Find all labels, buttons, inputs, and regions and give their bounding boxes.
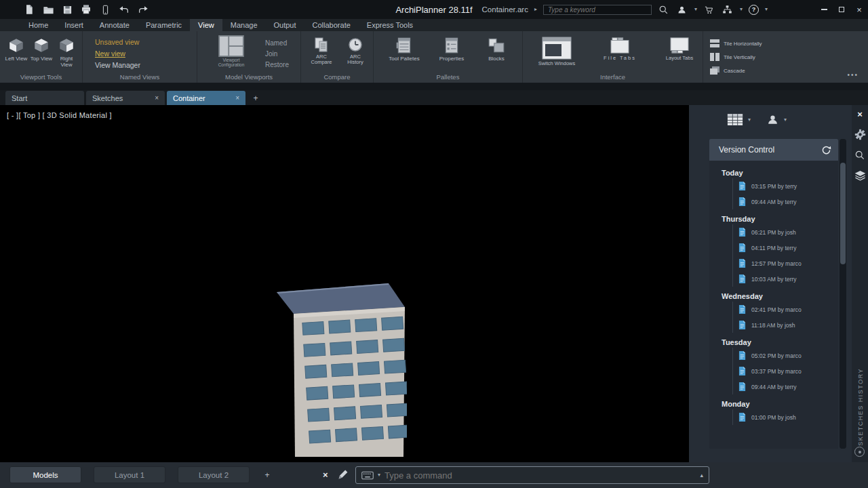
undo-icon[interactable]: [118, 3, 130, 16]
version-entry-label: 01:00 PM by josh: [751, 414, 796, 421]
sheet-view-dropdown-icon[interactable]: ▾: [748, 117, 751, 123]
version-entry[interactable]: 04:11 PM by terry: [733, 240, 838, 256]
named-viewports-button[interactable]: Named: [265, 39, 287, 47]
version-entry[interactable]: 06:21 PM by josh: [733, 224, 838, 240]
blocks-button[interactable]: Blocks: [481, 37, 512, 62]
keyword-search-input[interactable]: [548, 6, 647, 14]
close-button[interactable]: ×: [850, 0, 868, 19]
mobile-publish-icon[interactable]: [99, 3, 111, 16]
panel-search-icon[interactable]: [854, 150, 865, 161]
command-bar[interactable]: ▾ ▴: [355, 466, 709, 484]
models-tab[interactable]: Models: [9, 466, 81, 483]
tab-manage[interactable]: Manage: [222, 19, 266, 31]
connect-network-icon[interactable]: [722, 3, 734, 16]
connect-dropdown-icon[interactable]: ▾: [740, 7, 743, 12]
new-file-icon[interactable]: [23, 3, 35, 16]
switch-windows-button[interactable]: Switch Windows: [538, 37, 576, 66]
tab-annotate[interactable]: Annotate: [92, 19, 138, 31]
tab-collaborate[interactable]: Collaborate: [304, 19, 359, 31]
tab-parametric[interactable]: Parametric: [138, 19, 190, 31]
file-tabs-button[interactable]: File Tabs: [603, 37, 637, 61]
open-folder-icon[interactable]: [42, 3, 54, 16]
file-tab-container[interactable]: Container ×: [167, 91, 245, 105]
top-view-button[interactable]: Top View: [29, 37, 54, 62]
store-cart-icon[interactable]: [703, 3, 715, 16]
right-view-button[interactable]: Right View: [54, 37, 79, 68]
cascade-button[interactable]: Cascade: [710, 66, 745, 75]
version-entry[interactable]: 03:15 PM by terry: [733, 178, 838, 194]
close-panel-icon[interactable]: ×: [857, 109, 863, 119]
command-expand-icon[interactable]: ▴: [700, 472, 703, 479]
tab-view[interactable]: View: [190, 19, 222, 31]
version-entry-label: 09:44 AM by terry: [751, 199, 797, 205]
maximize-button[interactable]: [833, 0, 850, 19]
minimize-button[interactable]: [815, 0, 833, 19]
tile-horizontally-button[interactable]: Tile Horizontally: [710, 39, 762, 47]
viewport-configuration-button[interactable]: Viewport Configuration: [216, 35, 246, 67]
keyword-search-field[interactable]: [543, 5, 652, 15]
tile-vertically-button[interactable]: Tile Vertically: [710, 53, 755, 61]
unsaved-view-item[interactable]: Unsaved view: [95, 38, 139, 46]
day-header: Monday: [722, 400, 838, 408]
user-presence-icon[interactable]: [766, 113, 779, 126]
layout2-tab[interactable]: Layout 2: [178, 466, 250, 483]
restore-viewports-button[interactable]: Restore: [265, 61, 289, 68]
close-tab-icon[interactable]: ×: [155, 94, 159, 102]
new-view-item[interactable]: New view: [95, 49, 125, 58]
settings-gear-icon[interactable]: [854, 129, 866, 140]
print-icon[interactable]: [80, 3, 92, 16]
version-doc-icon: [738, 259, 746, 268]
view-manager-item[interactable]: View Manager: [95, 61, 140, 69]
panel-scrollbar[interactable]: [840, 139, 846, 449]
user-dropdown-icon[interactable]: ▾: [784, 117, 787, 123]
command-input[interactable]: [384, 470, 696, 481]
version-entry[interactable]: 12:57 PM by marco: [733, 256, 838, 271]
version-entry[interactable]: 11:18 AM by josh: [733, 317, 838, 333]
search-icon[interactable]: [658, 3, 670, 16]
file-tab-start[interactable]: Start: [5, 91, 84, 105]
layout-tabs-button[interactable]: Layout Tabs: [663, 37, 696, 61]
scrollbar-thumb[interactable]: [840, 163, 846, 264]
version-entry[interactable]: 10:03 AM by terry: [733, 271, 838, 287]
tab-home[interactable]: Home: [20, 19, 56, 31]
tab-insert[interactable]: Insert: [56, 19, 92, 31]
close-tab-icon[interactable]: ×: [235, 94, 239, 102]
properties-button[interactable]: Properties: [436, 37, 467, 62]
new-tab-button[interactable]: +: [250, 93, 261, 104]
version-entry[interactable]: 09:44 AM by terry: [733, 379, 838, 394]
help-icon[interactable]: ?: [749, 5, 759, 15]
account-icon[interactable]: [676, 3, 688, 16]
arc-history-button[interactable]: ARC History: [342, 37, 369, 65]
save-icon[interactable]: [61, 3, 73, 16]
panel-toolbar: ▾ ▾: [727, 113, 787, 126]
refresh-icon[interactable]: [821, 145, 831, 155]
viewport-controls-label[interactable]: [ - ][ Top ] [ 3D Solid Material ]: [7, 111, 112, 119]
sheet-view-icon[interactable]: [727, 113, 743, 126]
tool-palletes-button[interactable]: Tool Palletes: [389, 37, 420, 62]
file-tab-sketches[interactable]: Sketches ×: [86, 91, 165, 105]
document-name[interactable]: Container.arc: [482, 5, 528, 14]
left-view-button[interactable]: Left View: [4, 37, 28, 62]
redo-icon[interactable]: [137, 3, 149, 16]
layers-icon[interactable]: [854, 170, 866, 181]
version-entry[interactable]: 05:02 PM by marco: [733, 348, 838, 363]
pencil-icon[interactable]: [338, 469, 349, 480]
add-layout-button[interactable]: +: [262, 466, 273, 483]
model-viewport[interactable]: [ - ][ Top ] [ 3D Solid Material ]: [0, 105, 689, 462]
version-entry[interactable]: 09:44 AM by terry: [733, 194, 838, 209]
tab-express-tools[interactable]: Express Tools: [359, 19, 421, 31]
version-entry[interactable]: 01:00 PM by josh: [733, 409, 838, 425]
panel-corner-icon[interactable]: [854, 447, 865, 457]
ribbon-overflow-button[interactable]: •••: [847, 71, 859, 79]
help-dropdown-icon[interactable]: ▾: [765, 7, 768, 12]
version-entry[interactable]: 03:37 PM by marco: [733, 363, 838, 379]
version-entry[interactable]: 02:41 PM by marco: [733, 302, 838, 317]
command-close-icon[interactable]: ×: [323, 470, 328, 480]
command-dropdown-icon[interactable]: ▾: [378, 472, 380, 478]
document-dropdown-icon[interactable]: ▸: [534, 7, 537, 12]
arc-compare-button[interactable]: ARC Compare: [308, 37, 335, 65]
tab-output[interactable]: Output: [266, 19, 304, 31]
join-viewports-button[interactable]: Join: [265, 50, 277, 58]
account-dropdown-icon[interactable]: ▾: [694, 7, 697, 12]
layout1-tab[interactable]: Layout 1: [94, 466, 165, 483]
